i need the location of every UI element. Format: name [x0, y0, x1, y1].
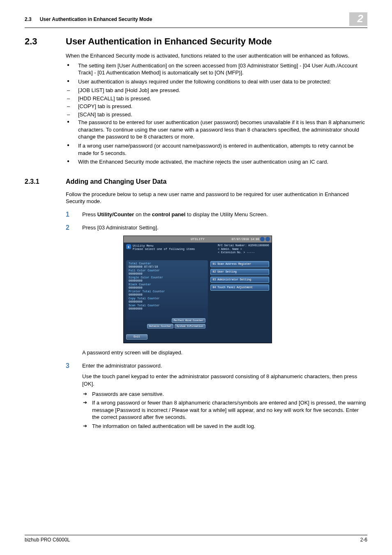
- help-icon: [265, 237, 270, 241]
- step-2: 2 Press [03 Administrator Setting].: [66, 224, 367, 231]
- header-running-title: User Authentication in Enhanced Security…: [40, 16, 152, 22]
- menu-scan-address-register[interactable]: 01 Scan Address Register: [210, 261, 269, 267]
- arrow-item: The information on failed authentication…: [82, 423, 367, 430]
- step-text: Press [03 Administrator Setting].: [82, 224, 159, 231]
- header-section-number: 2.3: [25, 16, 32, 22]
- perfect-bind-counter-button[interactable]: Perfect Bind Counter: [172, 318, 205, 323]
- system-information-button[interactable]: System Information: [175, 324, 205, 328]
- step-number: 1: [66, 211, 82, 218]
- bullet-list-top: The setting item [User Authentication] o…: [66, 62, 367, 86]
- figure-title: UTILITY: [191, 237, 205, 241]
- section-title: User Authentication in Enhanced Security…: [66, 36, 272, 47]
- bullet-item: If a wrong user name/password (or accoun…: [66, 142, 367, 157]
- step-3: 3 Enter the administrator password. Use …: [66, 362, 367, 431]
- step-number: 3: [66, 362, 82, 431]
- menu-panel: 01 Scan Address Register 02 User Setting…: [210, 260, 269, 330]
- subsection-number: 2.3.1: [25, 178, 66, 185]
- footer-page-number: 2-6: [360, 537, 367, 543]
- subsection-title: Adding and Changing User Data: [66, 178, 166, 185]
- step-number: 2: [66, 224, 82, 231]
- counter-panel: Total Counter00000000 07/07/10 Full Colo…: [126, 260, 208, 330]
- figure-serial: M/C Serial Number: A1DV011000006: [218, 244, 269, 247]
- details-counter-button[interactable]: Details Counter: [147, 324, 173, 328]
- dash-item: [COPY] tab is pressed.: [66, 103, 367, 110]
- step-1: 1 Press Utility/Counter on the control p…: [66, 211, 367, 218]
- figure-datetime: 07/07/2010 14:08: [232, 236, 259, 243]
- menu-touch-panel-adjustment[interactable]: 04 Touch Panel Adjustment: [210, 284, 269, 291]
- step-text: Enter the administrator password. Use th…: [82, 362, 367, 431]
- info-icon: i: [126, 244, 131, 249]
- page-footer: bizhub PRO C6000L 2-6: [25, 535, 367, 543]
- dash-item: [SCAN] tab is pressed.: [66, 111, 367, 118]
- running-header: 2.3 User Authentication in Enhanced Secu…: [25, 12, 367, 28]
- bullet-item: The password to be entered for user auth…: [66, 119, 367, 141]
- bullet-item: With the Enhanced Security mode activate…: [66, 158, 367, 166]
- bullet-list-bottom: The password to be entered for user auth…: [66, 119, 367, 165]
- arrow-list: Passwords are case sensitive. If a wrong…: [82, 391, 367, 430]
- exit-button[interactable]: Exit: [126, 334, 148, 340]
- footer-model: bizhub PRO C6000L: [25, 537, 70, 543]
- step-text: Press Utility/Counter on the control pan…: [82, 211, 268, 218]
- figure-titlebar: UTILITY 07/07/2010 14:08: [124, 236, 272, 243]
- dash-item: [HDD RECALL] tab is pressed.: [66, 95, 367, 102]
- bullet-item: User authentication is always required u…: [66, 78, 367, 86]
- dash-list: [JOB LIST] tab and [Hold Job] are presse…: [66, 87, 367, 118]
- figure-extension: < Extension No. > -----: [218, 251, 269, 254]
- figure-admin-name: < Admin. Name >: [218, 248, 269, 251]
- section-number: 2.3: [25, 36, 66, 47]
- memory-icon: [260, 237, 265, 241]
- bullet-item: The setting item [User Authentication] o…: [66, 62, 367, 76]
- dash-item: [JOB LIST] tab and [Hold Job] are presse…: [66, 87, 367, 94]
- utility-menu-figure: UTILITY 07/07/2010 14:08 i Utility Menu …: [123, 236, 367, 343]
- section-intro: When the Enhanced Security mode is activ…: [66, 52, 367, 60]
- arrow-item: Passwords are case sensitive.: [82, 391, 367, 398]
- step-2-note: A password entry screen will be displaye…: [82, 349, 367, 356]
- figure-info-sub: Please select one of following items: [133, 247, 195, 251]
- figure-info-title: Utility Menu: [133, 244, 195, 247]
- subsection-intro: Follow the procedure below to setup a ne…: [66, 191, 367, 205]
- chapter-badge: 2: [349, 12, 367, 26]
- menu-administrator-setting[interactable]: 03 Administrator Setting: [210, 277, 269, 283]
- arrow-item: If a wrong password or fewer than 8 alph…: [82, 399, 367, 421]
- menu-user-setting[interactable]: 02 User Setting: [210, 269, 269, 275]
